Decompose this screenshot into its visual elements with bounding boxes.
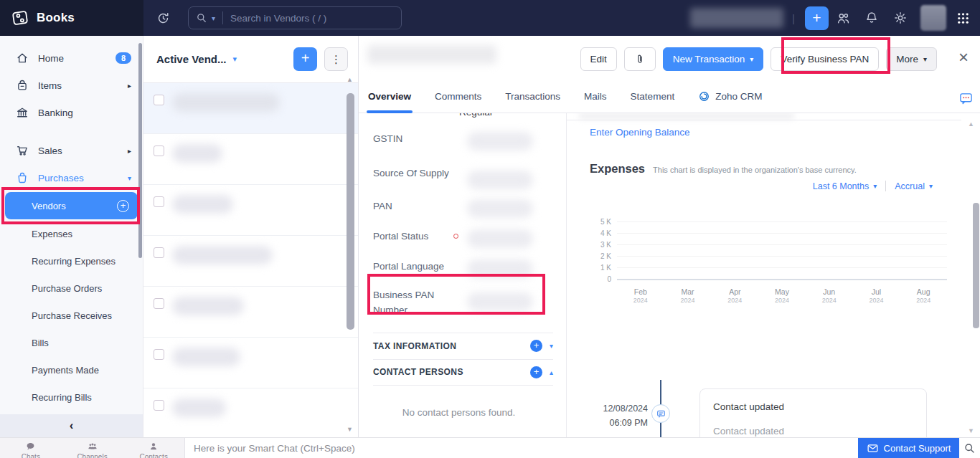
search-scope-caret-icon[interactable]: ▾ (212, 14, 215, 22)
vendor-name-blurred (367, 45, 496, 64)
vendor-name-blurred (172, 297, 244, 315)
sidebar-item-sales[interactable]: Sales▸ (0, 137, 143, 164)
row-checkbox[interactable] (154, 400, 164, 411)
list-scrollbar[interactable] (347, 93, 354, 330)
collapse-chevron-icon: ‹ (70, 419, 74, 433)
list-scroll-up-icon[interactable]: ▲ (347, 76, 353, 83)
timeline-event-card: Contact updatedContact updated (699, 388, 927, 437)
books-logo[interactable]: Books (0, 0, 143, 36)
vendor-list-row[interactable] (143, 236, 358, 287)
quick-add-button[interactable]: + (805, 6, 829, 30)
sidebar-collapse-button[interactable]: ‹ (0, 414, 143, 437)
list-more-menu-button[interactable]: ⋮ (324, 47, 348, 71)
bottom-search-icon[interactable] (959, 438, 980, 458)
org-name-blurred[interactable] (690, 8, 783, 28)
enter-opening-balance-link[interactable]: Enter Opening Balance (590, 127, 690, 138)
row-checkbox[interactable] (154, 196, 164, 207)
row-checkbox[interactable] (154, 145, 164, 156)
field-label: Portal Status (373, 229, 452, 244)
section-chevron-icon[interactable]: ▴ (550, 368, 553, 376)
section-contact-persons[interactable]: CONTACT PERSONS+▴ (373, 359, 553, 386)
users-icon[interactable] (829, 11, 857, 26)
field-value-blurred (467, 259, 533, 278)
avatar[interactable] (920, 5, 946, 31)
contact-support-button[interactable]: Contact Support (858, 438, 959, 458)
dock-item-contacts[interactable]: Contacts (123, 438, 184, 458)
vendor-list-row[interactable] (143, 388, 358, 437)
row-checkbox[interactable] (154, 247, 164, 258)
new-vendor-button[interactable]: + (293, 47, 317, 71)
sidebar-item-items[interactable]: Items▸ (0, 72, 143, 99)
tab-statement[interactable]: Statement (631, 90, 675, 113)
dock-item-channels[interactable]: Channels (62, 438, 123, 458)
row-checkbox[interactable] (154, 95, 164, 105)
new-transaction-button[interactable]: New Transaction ▾ (663, 47, 764, 71)
smart-chat-bar[interactable]: Here is your Smart Chat (Ctrl+Space) (185, 438, 858, 458)
edit-button[interactable]: Edit (580, 47, 617, 71)
tab-transactions[interactable]: Transactions (505, 90, 560, 113)
sidebar-scrollbar[interactable] (138, 43, 142, 258)
row-checkbox[interactable] (154, 349, 164, 360)
main-scroll-down-icon[interactable]: ▼ (968, 427, 974, 434)
sidebar-item-home[interactable]: Home8 (0, 44, 143, 72)
vendor-list-row[interactable] (143, 185, 358, 236)
notifications-bell-icon[interactable] (857, 11, 886, 25)
add-vendor-icon[interactable]: + (117, 200, 129, 212)
date-range-filter[interactable]: Last 6 Months ▾ (813, 181, 877, 191)
bar-slot (758, 221, 806, 279)
field-label: PAN (373, 199, 452, 214)
timeline-timestamp: 12/08/2024 06:09 PM (567, 401, 648, 430)
tab-comments[interactable]: Comments (435, 90, 481, 113)
sidebar-item-purchase-orders[interactable]: Purchase Orders (0, 275, 143, 302)
section-tax-information[interactable]: TAX INFORMATION+▾ (373, 333, 553, 359)
refresh-history-icon[interactable] (156, 11, 170, 25)
filter-caret-icon[interactable]: ▾ (233, 54, 237, 64)
dock-item-label: Channels (77, 453, 107, 458)
main-scrollbar[interactable] (973, 203, 979, 328)
sidebar-item-payments-made[interactable]: Payments Made (0, 356, 143, 383)
timeline-event-text: Contact updated (713, 401, 913, 412)
timeline-time: 06:09 PM (567, 416, 648, 430)
tab-mails[interactable]: Mails (584, 90, 607, 113)
apps-grid-icon[interactable] (956, 11, 970, 25)
sidebar-item-purchases[interactable]: Purchases▾ (0, 164, 143, 191)
sidebar-item-label: Recurring Bills (32, 392, 92, 403)
verify-business-pan-button[interactable]: Verify Business PAN (771, 47, 879, 71)
accounting-basis-filter[interactable]: Accrual ▾ (895, 181, 933, 191)
y-axis-tick: 1 K (600, 264, 611, 272)
field-pan: PAN (373, 199, 566, 218)
list-scroll-down-icon[interactable]: ▼ (347, 426, 353, 433)
attachments-button[interactable] (624, 47, 656, 71)
main-scroll-up-icon[interactable]: ▲ (968, 120, 974, 128)
x-axis-tick: Feb2024 (617, 287, 664, 304)
more-button[interactable]: More ▾ (886, 47, 937, 71)
comments-bubble-icon[interactable] (959, 92, 973, 105)
tab-overview[interactable]: Overview (368, 90, 411, 113)
section-chevron-icon[interactable]: ▾ (550, 342, 553, 350)
vendor-list-row[interactable] (143, 134, 358, 185)
settings-gear-icon[interactable] (886, 11, 915, 25)
sidebar-item-label: Home (38, 53, 64, 64)
sidebar-item-vendors[interactable]: Vendors+ (5, 192, 138, 219)
vendor-list-row[interactable] (143, 287, 358, 338)
row-checkbox[interactable] (154, 298, 164, 309)
tab-zoho-crm[interactable]: Zoho CRM (698, 90, 762, 113)
expand-arrow-icon: ▸ (128, 82, 131, 90)
vendor-list-row[interactable] (143, 83, 358, 134)
y-axis-tick: 4 K (600, 229, 611, 237)
sidebar-item-recurring-expenses[interactable]: Recurring Expenses (0, 247, 143, 275)
sidebar-item-recurring-bills[interactable]: Recurring Bills (0, 383, 143, 411)
section-add-icon[interactable]: + (530, 366, 542, 378)
dock-item-chats[interactable]: Chats (0, 438, 62, 458)
sidebar-item-banking[interactable]: Banking (0, 99, 143, 126)
search-input[interactable] (230, 13, 394, 24)
sidebar-item-expenses[interactable]: Expenses (0, 220, 143, 247)
vendor-list-row[interactable] (143, 338, 358, 388)
vendor-filter-dropdown[interactable]: Active Vend... (156, 53, 227, 65)
close-detail-button[interactable]: × (958, 50, 969, 65)
sidebar-item-purchase-receives[interactable]: Purchase Receives (0, 302, 143, 329)
sidebar-item-bills[interactable]: Bills (0, 329, 143, 356)
section-add-icon[interactable]: + (530, 340, 542, 352)
banking-icon (16, 106, 29, 119)
sidebar-nav: Home8Items▸BankingSales▸Purchases▾Vendor… (0, 36, 143, 411)
